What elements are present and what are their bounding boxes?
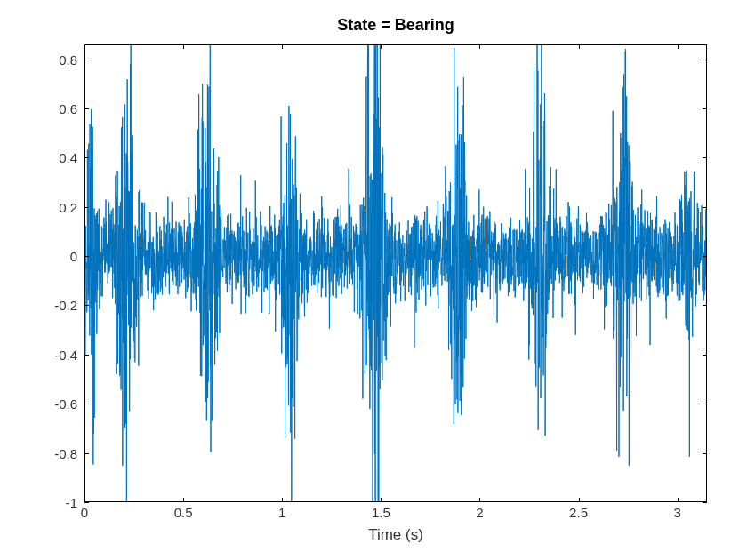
x-tick — [282, 498, 283, 502]
x-tick-label: 1 — [278, 505, 285, 520]
x-tick — [678, 498, 679, 502]
y-tick-label: -0.2 — [42, 298, 77, 313]
y-tick — [703, 60, 707, 60]
y-tick-label: -0.4 — [42, 347, 77, 362]
x-tick-label: 2 — [476, 505, 483, 520]
y-tick — [703, 305, 707, 306]
x-tick-label: 0 — [81, 505, 88, 520]
figure: State = Bearing Time (s) -1-0.8-0.6-0.4-… — [0, 0, 747, 560]
signal-series — [85, 45, 706, 501]
x-tick — [282, 44, 283, 49]
y-tick-label: -0.6 — [42, 396, 77, 412]
y-tick — [84, 157, 89, 158]
y-tick — [703, 453, 707, 454]
y-tick — [703, 207, 707, 208]
x-tick — [84, 498, 85, 502]
y-tick — [84, 305, 89, 306]
y-tick — [703, 108, 707, 109]
chart-title: State = Bearing — [84, 16, 707, 35]
x-tick — [381, 498, 382, 502]
y-tick — [84, 60, 89, 60]
y-tick — [84, 453, 89, 454]
y-tick-label: 0.4 — [42, 150, 77, 165]
y-tick — [703, 256, 707, 257]
x-tick-label: 3 — [673, 505, 680, 520]
chart-axes — [84, 44, 707, 502]
y-tick — [84, 404, 89, 404]
y-tick-label: 0 — [42, 249, 77, 264]
x-tick — [183, 498, 184, 502]
x-tick-label: 2.5 — [569, 505, 588, 520]
y-tick — [703, 157, 707, 158]
x-tick — [479, 44, 480, 49]
y-tick — [703, 502, 707, 503]
y-tick-label: 0.2 — [42, 199, 77, 214]
x-tick-label: 0.5 — [174, 505, 193, 520]
x-tick-label: 1.5 — [372, 505, 390, 520]
x-tick — [183, 44, 184, 49]
x-axis-label: Time (s) — [84, 526, 707, 544]
y-tick-label: -1 — [42, 495, 77, 510]
y-tick — [703, 355, 707, 356]
y-tick — [84, 355, 89, 356]
x-tick — [84, 44, 85, 49]
y-tick-label: 0.6 — [42, 100, 77, 116]
x-tick — [381, 44, 382, 49]
y-tick-label: -0.8 — [42, 445, 77, 460]
x-tick — [579, 498, 580, 502]
y-tick — [84, 256, 89, 257]
x-tick — [678, 44, 679, 49]
x-tick — [579, 44, 580, 49]
y-tick — [84, 502, 89, 503]
y-tick-label: 0.8 — [42, 52, 77, 67]
y-tick — [703, 404, 707, 404]
x-tick — [479, 498, 480, 502]
signal-plot — [85, 45, 706, 501]
y-tick — [84, 108, 89, 109]
y-tick — [84, 207, 89, 208]
